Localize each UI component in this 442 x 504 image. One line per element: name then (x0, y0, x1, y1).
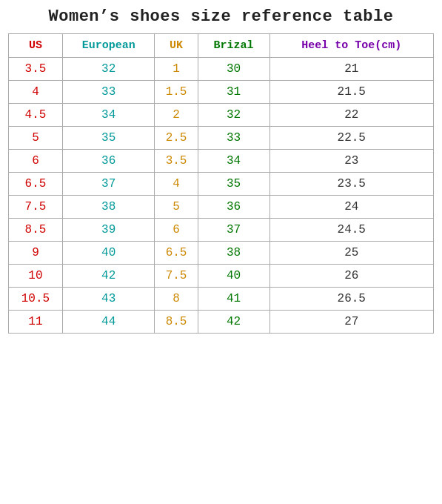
cell-heel: 21.5 (269, 81, 434, 104)
cell-brizal: 37 (198, 219, 269, 242)
cell-european: 33 (62, 81, 155, 104)
cell-us: 6.5 (9, 173, 63, 196)
cell-heel: 24.5 (269, 219, 434, 242)
cell-heel: 26.5 (269, 288, 434, 311)
cell-heel: 23.5 (269, 173, 434, 196)
cell-brizal: 30 (198, 58, 269, 81)
cell-heel: 23 (269, 150, 434, 173)
cell-us: 8.5 (9, 219, 63, 242)
cell-european: 39 (62, 219, 155, 242)
cell-us: 5 (9, 127, 63, 150)
table-row: 7.53853624 (9, 196, 434, 219)
header-european: European (62, 34, 155, 58)
cell-uk: 5 (155, 196, 198, 219)
header-us: US (9, 34, 63, 58)
cell-uk: 8.5 (155, 311, 198, 334)
cell-brizal: 35 (198, 173, 269, 196)
cell-brizal: 41 (198, 288, 269, 311)
cell-brizal: 31 (198, 81, 269, 104)
header-uk: UK (155, 34, 198, 58)
cell-us: 6 (9, 150, 63, 173)
cell-european: 44 (62, 311, 155, 334)
cell-european: 43 (62, 288, 155, 311)
cell-european: 38 (62, 196, 155, 219)
cell-uk: 3.5 (155, 150, 198, 173)
table-row: 6363.53423 (9, 150, 434, 173)
cell-us: 7.5 (9, 196, 63, 219)
cell-brizal: 33 (198, 127, 269, 150)
cell-heel: 25 (269, 242, 434, 265)
cell-us: 9 (9, 242, 63, 265)
cell-heel: 24 (269, 196, 434, 219)
table-row: 11448.54227 (9, 311, 434, 334)
table-row: 5352.53322.5 (9, 127, 434, 150)
cell-us: 4.5 (9, 104, 63, 127)
cell-uk: 4 (155, 173, 198, 196)
cell-us: 3.5 (9, 58, 63, 81)
cell-heel: 27 (269, 311, 434, 334)
table-row: 8.53963724.5 (9, 219, 434, 242)
cell-heel: 22 (269, 104, 434, 127)
table-row: 3.53213021 (9, 58, 434, 81)
cell-uk: 2 (155, 104, 198, 127)
cell-us: 10.5 (9, 288, 63, 311)
cell-heel: 21 (269, 58, 434, 81)
cell-brizal: 32 (198, 104, 269, 127)
cell-uk: 6.5 (155, 242, 198, 265)
header-brizal: Brizal (198, 34, 269, 58)
table-row: 10427.54026 (9, 265, 434, 288)
table-row: 10.54384126.5 (9, 288, 434, 311)
cell-european: 35 (62, 127, 155, 150)
cell-uk: 6 (155, 219, 198, 242)
cell-brizal: 40 (198, 265, 269, 288)
cell-brizal: 36 (198, 196, 269, 219)
table-row: 9406.53825 (9, 242, 434, 265)
table-row: 6.53743523.5 (9, 173, 434, 196)
cell-uk: 8 (155, 288, 198, 311)
cell-european: 36 (62, 150, 155, 173)
table-row: 4331.53121.5 (9, 81, 434, 104)
cell-us: 11 (9, 311, 63, 334)
header-heel: Heel to Toe(cm) (269, 34, 434, 58)
cell-brizal: 38 (198, 242, 269, 265)
size-reference-table: US European UK Brizal Heel to Toe(cm) 3.… (8, 33, 434, 334)
cell-uk: 1 (155, 58, 198, 81)
table-row: 4.53423222 (9, 104, 434, 127)
cell-european: 34 (62, 104, 155, 127)
page-title: Women’s shoes size reference table (49, 7, 394, 26)
cell-heel: 26 (269, 265, 434, 288)
cell-uk: 2.5 (155, 127, 198, 150)
cell-european: 40 (62, 242, 155, 265)
cell-european: 32 (62, 58, 155, 81)
cell-uk: 7.5 (155, 265, 198, 288)
cell-european: 42 (62, 265, 155, 288)
cell-us: 4 (9, 81, 63, 104)
cell-brizal: 34 (198, 150, 269, 173)
cell-european: 37 (62, 173, 155, 196)
cell-us: 10 (9, 265, 63, 288)
cell-brizal: 42 (198, 311, 269, 334)
cell-heel: 22.5 (269, 127, 434, 150)
cell-uk: 1.5 (155, 81, 198, 104)
